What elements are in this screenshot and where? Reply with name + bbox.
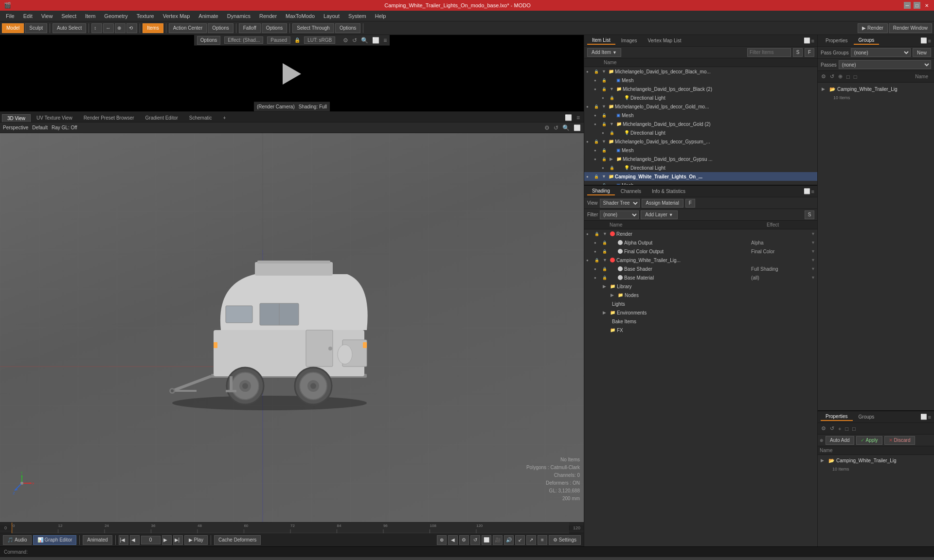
menu-layout[interactable]: Layout [320, 12, 343, 20]
groups-icon-4[interactable]: □ [845, 73, 851, 81]
menu-select[interactable]: Select [57, 12, 80, 20]
items-btn[interactable]: Items [143, 23, 163, 33]
maximize-btn[interactable]: □ [914, 2, 920, 9]
bb-icon-4[interactable]: ↺ [470, 535, 480, 545]
lock-icon[interactable]: 🔒 [602, 148, 609, 153]
camping-dropdown[interactable]: ▼ [811, 258, 815, 262]
shade-eye[interactable]: ● [594, 267, 601, 271]
shade-lock[interactable]: 🔒 [594, 232, 601, 236]
final-dropdown[interactable]: ▼ [811, 249, 815, 254]
preview-expand-icon[interactable]: ⬜ [372, 37, 379, 44]
lock-icon[interactable]: 🔒 [610, 166, 616, 170]
list-item[interactable]: ● 🔒 ▼ 📁 Michelangelo_David_lps_decor_Gol… [584, 120, 817, 128]
lock-icon[interactable]: 🔒 [602, 157, 609, 161]
graph-editor-btn[interactable]: 📊 Graph Editor [33, 535, 77, 545]
close-btn[interactable]: ✕ [923, 2, 930, 9]
eye-icon[interactable]: ● [602, 131, 609, 135]
list-item[interactable]: ● 🔒 ▼ 📁 Michelangelo_David_lps_decor_Gol… [584, 102, 817, 111]
bb-icon-7[interactable]: 🔊 [504, 535, 514, 545]
groups-icon-5[interactable]: □ [852, 73, 859, 81]
expand-icon[interactable]: ▶ [610, 157, 615, 161]
list-item[interactable]: ● 🔒 ▣ Mesh [584, 181, 817, 185]
lock-icon[interactable]: 🔒 [602, 183, 609, 185]
shading-row[interactable]: ● 🔒 Base Material (all) ▼ [584, 273, 817, 282]
preview-play-btn[interactable] [280, 62, 304, 86]
options-2-btn[interactable]: Options [262, 23, 287, 33]
props-expand-icon[interactable]: ▶ [821, 458, 826, 463]
shade-eye[interactable]: ● [586, 258, 593, 262]
eye-icon[interactable]: ● [602, 166, 609, 170]
menu-render[interactable]: Render [255, 12, 281, 20]
transport-next-end[interactable]: ▶| [173, 535, 183, 545]
preview-camera-label[interactable]: (Render Camera) [257, 104, 295, 109]
transform-btn-1[interactable]: ↕ [91, 23, 102, 33]
mode-model-btn[interactable]: Model [2, 23, 24, 33]
shading-settings-btn[interactable]: ≡ [811, 189, 814, 194]
bb-icon-10[interactable]: ≡ [538, 535, 547, 545]
shading-filter-s-btn[interactable]: S [805, 210, 814, 219]
eye-icon[interactable]: ● [594, 148, 601, 153]
panel-tab-vertex-map[interactable]: Vertex Map List [643, 37, 686, 44]
render-dropdown[interactable]: ▼ [811, 231, 815, 236]
shading-row[interactable]: ▶ 📁 Nodes [584, 291, 817, 299]
menu-texture[interactable]: Texture [133, 12, 158, 20]
shading-row[interactable]: Lights [584, 299, 817, 308]
transport-play[interactable]: ▶ Play [184, 535, 208, 545]
audio-btn[interactable]: 🎵 Audio [3, 535, 32, 545]
lock-icon[interactable]: 🔒 [594, 105, 601, 109]
lock-icon[interactable]: 🔒 [594, 70, 601, 74]
settings-btn[interactable]: ⚙ Settings [549, 535, 581, 545]
group-expand-icon[interactable]: ▶ [822, 87, 827, 91]
eye-icon[interactable]: ● [594, 113, 601, 118]
vp-search-icon[interactable]: 🔍 [562, 124, 570, 131]
render-btn[interactable]: ▶ Render [858, 23, 888, 33]
list-item[interactable]: ● 🔒 ▣ Mesh [584, 146, 817, 155]
menu-file[interactable]: File [2, 12, 18, 20]
expand-icon[interactable]: ▼ [610, 87, 615, 91]
preview-options-btn[interactable]: Options [197, 36, 220, 45]
vp-default-label[interactable]: Default [32, 125, 48, 130]
list-item[interactable]: ● 🔒 ▣ Mesh [584, 76, 817, 85]
expand-icon[interactable]: ▼ [602, 139, 608, 144]
lock-icon[interactable]: 🔒 [602, 113, 609, 118]
panel-tab-channels[interactable]: Channels [616, 188, 646, 195]
menu-view[interactable]: View [37, 12, 57, 20]
shading-row[interactable]: ● 🔒 Alpha Output Alpha ▼ [584, 238, 817, 247]
eye-icon[interactable]: ● [594, 87, 601, 91]
item-list-expand-btn[interactable]: ⬜ [804, 37, 810, 44]
prop-icon-btn-5[interactable]: □ [851, 425, 857, 433]
select-through-btn[interactable]: Select Through [292, 23, 334, 33]
shading-row[interactable]: 📁 FX [584, 326, 817, 334]
action-center-btn[interactable]: Action Center [169, 23, 207, 33]
tab-groups-lower[interactable]: Groups [854, 413, 880, 420]
preview-settings-icon[interactable]: ⚙ [343, 37, 348, 44]
transform-btn-3[interactable]: ⊕ [115, 23, 126, 33]
bb-icon-6[interactable]: 🎥 [493, 535, 503, 545]
vp-gear-icon[interactable]: ⚙ [544, 124, 550, 131]
tab-groups[interactable]: Groups [854, 36, 880, 45]
lock-icon[interactable]: 🔒 [610, 131, 616, 135]
list-item[interactable]: ● 🔒 ▶ 📁 Michelangelo_David_lps_decor_Gyp… [584, 155, 817, 163]
eye-icon[interactable]: ● [594, 122, 601, 126]
list-item[interactable]: ● 🔒 💡 Directional Light [584, 93, 817, 102]
transform-btn-4[interactable]: ⟲ [126, 23, 137, 33]
shading-filter-select[interactable]: (none) [600, 210, 639, 219]
frame-input[interactable] [141, 536, 161, 544]
list-item[interactable]: ● 🔒 ▼ 📁 Michelangelo_David_lps_decor_Gyp… [584, 137, 817, 146]
tab-render-preset[interactable]: Render Preset Browser [78, 114, 140, 122]
shading-expand-btn[interactable]: ⬜ [804, 188, 810, 194]
auto-select-btn[interactable]: Auto Select [53, 23, 86, 33]
shading-row[interactable]: ● 🔒 ▼ Camping_White_Trailer_Lig... ▼ [584, 256, 817, 264]
menu-geometry[interactable]: Geometry [100, 12, 131, 20]
expand-icon[interactable]: ▼ [602, 174, 608, 179]
panel-tab-info[interactable]: Info & Statistics [647, 188, 690, 195]
shade-eye[interactable]: ● [594, 249, 601, 254]
pass-groups-select[interactable]: (none) [851, 48, 911, 57]
panel-tab-item-list[interactable]: Item List [587, 36, 615, 45]
eye-icon[interactable]: ● [586, 70, 593, 74]
add-layer-btn[interactable]: Add Layer ▼ [641, 210, 678, 219]
alpha-dropdown[interactable]: ▼ [811, 240, 815, 245]
shading-row[interactable]: ● 🔒 ▼ Render ▼ [584, 229, 817, 238]
options-1-btn[interactable]: Options [208, 23, 233, 33]
lock-icon[interactable]: 🔒 [610, 96, 616, 100]
